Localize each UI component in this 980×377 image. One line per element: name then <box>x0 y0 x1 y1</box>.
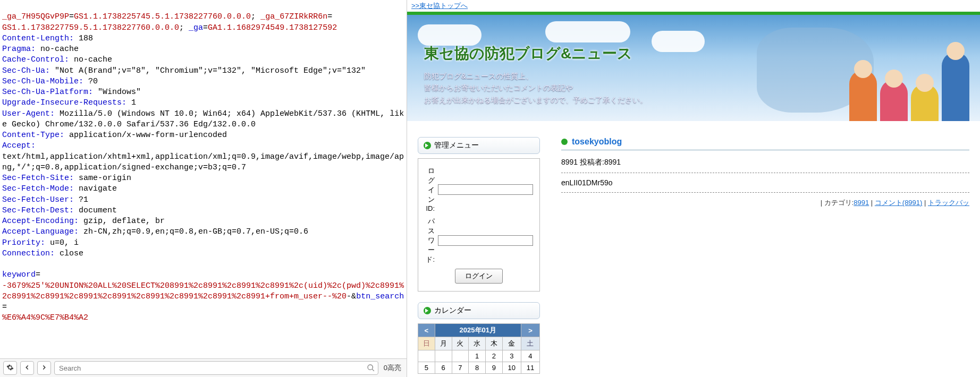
search-input[interactable] <box>54 361 378 375</box>
calendar-month: 2025年01月 <box>435 324 521 337</box>
arrow-left-icon <box>23 364 31 373</box>
banner-subtitle: 防犯ブログ&ニュースの性質上、 皆様からお寄せいただいたコメントの表記や お答え… <box>424 70 963 106</box>
play-icon <box>424 307 431 314</box>
settings-button[interactable] <box>3 361 17 375</box>
forward-button[interactable] <box>37 361 51 375</box>
top-link-bar: >>東セ協トップへ <box>407 0 980 12</box>
post-body-payload: -3679%25'%20UNION%20ALL%20SELECT%208991%… <box>2 281 404 301</box>
back-button[interactable] <box>20 361 34 375</box>
search-wrap <box>54 361 378 375</box>
gear-icon <box>6 364 14 373</box>
calendar-row: 1 2 3 4 <box>418 350 540 362</box>
post-title[interactable]: tosekyoblog <box>572 137 622 147</box>
content-row: 管理メニュー ログインID: パスワード: ログイン <box>407 121 980 377</box>
post-meta: 8991 投稿者:8991 <box>561 158 969 167</box>
calendar-dow-row: 日 月 火 水 木 金 土 <box>418 337 540 350</box>
divider <box>561 192 969 193</box>
trackback-link[interactable]: トラックバッ <box>928 199 969 207</box>
inspector-toolbar: 0高亮 <box>0 358 407 377</box>
post-body-keyword: keyword <box>2 270 36 279</box>
comments-link[interactable]: コメント(8991) <box>875 199 923 207</box>
bullet-icon <box>561 139 568 145</box>
divider <box>561 173 969 173</box>
rendered-response-pane: >>東セ協トップへ 東セ協の防犯ブログ&ニュース 防犯ブログ&ニュースの性質上、… <box>407 0 980 377</box>
calendar-table: < 2025年01月 > 日 月 火 水 木 金 土 <box>418 323 540 374</box>
login-box: ログインID: パスワード: ログイン <box>418 158 540 292</box>
play-icon <box>424 142 431 149</box>
highlight-count: 0高亮 <box>382 363 403 373</box>
banner-title: 東セ協の防犯ブログ&ニュース <box>424 44 963 64</box>
post-title-row: tosekyoblog <box>561 137 969 150</box>
http-request-text[interactable]: _ga_7H95QGvP9P=GS1.1.1738225745.5.1.1738… <box>0 0 407 358</box>
search-icon <box>367 364 375 372</box>
cookie-fragment: _ga_7H95QGvP9P <box>2 12 69 21</box>
calendar-widget: カレンダー < 2025年01月 > 日 月 火 水 木 金 <box>418 302 540 374</box>
password-input[interactable] <box>438 235 533 246</box>
post-body: enLII01DMr59o <box>561 178 969 187</box>
sidebar: 管理メニュー ログインID: パスワード: ログイン <box>418 137 540 377</box>
top-link[interactable]: >>東セ協トップへ <box>411 2 468 10</box>
request-inspector-pane: _ga_7H95QGvP9P=GS1.1.1738225745.5.1.1738… <box>0 0 407 377</box>
post-footer: | カテゴリ:8991 | コメント(8991) | トラックバッ <box>561 198 969 208</box>
main-column: tosekyoblog 8991 投稿者:8991 enLII01DMr59o … <box>561 137 969 377</box>
calendar-next[interactable]: > <box>521 324 539 337</box>
login-id-input[interactable] <box>438 184 533 195</box>
login-button[interactable]: ログイン <box>455 269 503 284</box>
arrow-right-icon <box>40 364 48 373</box>
login-id-label: ログインID: <box>425 166 435 212</box>
calendar-title: カレンダー <box>418 302 540 319</box>
admin-menu-widget: 管理メニュー ログインID: パスワード: ログイン <box>418 137 540 292</box>
calendar-row: 5 6 7 8 9 10 11 <box>418 362 540 374</box>
password-label: パスワード: <box>425 217 435 264</box>
admin-menu-title: 管理メニュー <box>418 137 540 154</box>
calendar-prev[interactable]: < <box>418 324 435 337</box>
category-link[interactable]: 8991 <box>854 199 869 207</box>
site-banner: 東セ協の防犯ブログ&ニュース 防犯ブログ&ニュースの性質上、 皆様からお寄せいた… <box>407 15 980 121</box>
